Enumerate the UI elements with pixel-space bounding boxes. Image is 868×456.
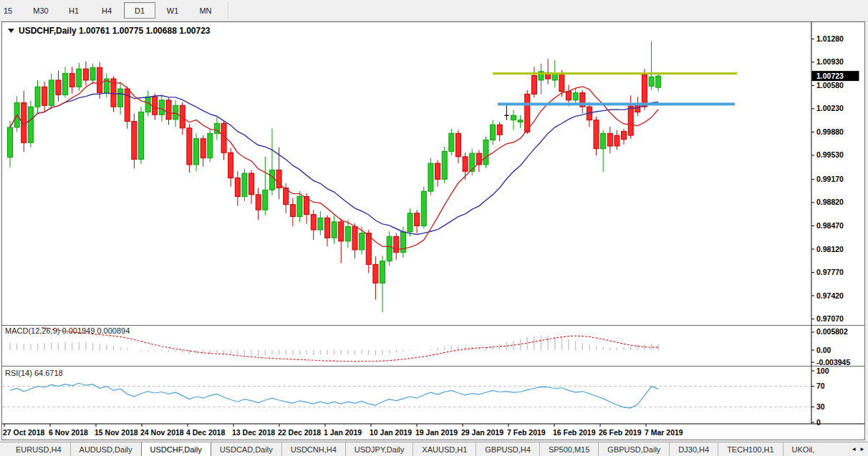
timeframe-button-w1[interactable]: W1 bbox=[157, 2, 188, 19]
chart-tabs: EURUSD,H4AUDUSD,DailyUSDCHF,DailyUSDCAD,… bbox=[0, 442, 868, 456]
svg-text:0.98820: 0.98820 bbox=[816, 198, 844, 206]
chart-tab-eurusd-h4[interactable]: EURUSD,H4 bbox=[7, 442, 70, 456]
svg-text:15 Nov 2018: 15 Nov 2018 bbox=[95, 428, 138, 437]
chart-tab-usdjpy-daily[interactable]: USDJPY,Daily bbox=[345, 442, 413, 456]
svg-text:30: 30 bbox=[816, 402, 825, 411]
timeframe-button-mn[interactable]: MN bbox=[190, 2, 221, 19]
svg-text:0.99170: 0.99170 bbox=[816, 175, 844, 183]
svg-text:1.00930: 1.00930 bbox=[816, 57, 844, 66]
current-price-marker: 1.00723 bbox=[812, 71, 859, 81]
chart-tab-usdchf-daily[interactable]: USDCHF,Daily bbox=[141, 442, 211, 456]
tab-scroll-right-icon[interactable]: ► bbox=[859, 446, 865, 452]
resistance-hline[interactable] bbox=[493, 72, 737, 74]
svg-text:13 Dec 2018: 13 Dec 2018 bbox=[232, 428, 275, 437]
svg-text:100: 100 bbox=[816, 367, 829, 375]
tab-scroll-left-icon[interactable]: ◄ bbox=[851, 446, 857, 452]
chart-tab-gbpusd-h4[interactable]: GBPUSD,H4 bbox=[476, 442, 539, 456]
svg-text:7 Feb 2019: 7 Feb 2019 bbox=[507, 428, 546, 437]
svg-text:6 Nov 2018: 6 Nov 2018 bbox=[49, 428, 88, 437]
svg-text:USDCHF,Daily 1.00761 1.00775: USDCHF,Daily 1.00761 1.00775 1.00688 1.0… bbox=[19, 26, 211, 36]
support-hline[interactable] bbox=[498, 102, 735, 105]
chart-tab-sp500-m15[interactable]: SP500,M15 bbox=[539, 442, 598, 456]
svg-text:16 Feb 2019: 16 Feb 2019 bbox=[553, 428, 596, 437]
svg-text:0.98470: 0.98470 bbox=[816, 221, 844, 230]
rsi-label: RSI(14) 64.6718 bbox=[5, 369, 63, 377]
svg-text:1.01280: 1.01280 bbox=[816, 34, 844, 43]
timeframe-button-15[interactable]: 15 bbox=[0, 2, 24, 19]
svg-text:0.99880: 0.99880 bbox=[816, 127, 844, 136]
svg-text:0.99530: 0.99530 bbox=[816, 150, 844, 159]
svg-text:19 Jan 2019: 19 Jan 2019 bbox=[415, 428, 458, 437]
svg-text:1 Jan 2019: 1 Jan 2019 bbox=[324, 428, 362, 437]
chart-legend: USDCHF,Daily 1.00761 1.00775 1.00688 1.0… bbox=[8, 26, 211, 36]
chart-tab-xauusd-h1[interactable]: XAUUSD,H1 bbox=[413, 442, 476, 456]
chart-tab-usdcnh-h4[interactable]: USDCNH,H4 bbox=[281, 442, 345, 456]
svg-text:1.00230: 1.00230 bbox=[816, 104, 844, 112]
chart-tab-ukoil[interactable]: UKOil, bbox=[783, 442, 824, 456]
svg-text:0.005802: 0.005802 bbox=[816, 327, 848, 336]
svg-text:7 Mar 2019: 7 Mar 2019 bbox=[645, 428, 683, 437]
chart-tab-gbpusd-daily[interactable]: GBPUSD,Daily bbox=[598, 442, 669, 456]
macd-label: MACD(12,26,9) 0.001949 0.000894 bbox=[5, 326, 130, 335]
svg-text:-0.003945: -0.003945 bbox=[816, 358, 850, 367]
svg-text:0.97770: 0.97770 bbox=[816, 268, 844, 276]
svg-text:24 Nov 2018: 24 Nov 2018 bbox=[140, 428, 184, 437]
svg-text:27 Oct 2018: 27 Oct 2018 bbox=[3, 428, 45, 437]
svg-text:4 Dec 2018: 4 Dec 2018 bbox=[186, 428, 225, 437]
svg-text:1.00580: 1.00580 bbox=[816, 81, 844, 89]
timeframe-toolbar: 15M30H1H4D1W1MN bbox=[0, 0, 868, 21]
svg-text:0.98120: 0.98120 bbox=[816, 245, 844, 253]
svg-text:70: 70 bbox=[816, 382, 825, 390]
svg-text:1.00723: 1.00723 bbox=[816, 72, 844, 80]
timeframe-button-h1[interactable]: H1 bbox=[58, 2, 90, 19]
chart-window: USDCHF,Daily 1.00761 1.00775 1.00688 1.0… bbox=[1, 21, 865, 440]
svg-text:29 Jan 2019: 29 Jan 2019 bbox=[461, 428, 503, 437]
timeframe-button-m30[interactable]: M30 bbox=[25, 2, 57, 19]
chart-tab-usdcad-daily[interactable]: USDCAD,Daily bbox=[211, 442, 281, 456]
chart-tab-tech100-h1[interactable]: TECH100,H1 bbox=[718, 442, 782, 456]
timeframe-button-h4[interactable]: H4 bbox=[91, 2, 122, 19]
chart-tab-dj30-h4[interactable]: DJ30,H4 bbox=[669, 442, 718, 456]
timeframe-button-d1[interactable]: D1 bbox=[124, 2, 155, 19]
toolbar-separator bbox=[228, 2, 229, 19]
svg-text:0.97070: 0.97070 bbox=[816, 314, 844, 323]
svg-text:0: 0 bbox=[816, 418, 821, 427]
svg-text:10 Jan 2019: 10 Jan 2019 bbox=[370, 428, 412, 437]
chart-canvas[interactable]: USDCHF,Daily 1.00761 1.00775 1.00688 1.0… bbox=[2, 22, 864, 440]
svg-text:0.00: 0.00 bbox=[816, 346, 831, 354]
svg-text:26 Feb 2019: 26 Feb 2019 bbox=[599, 428, 642, 437]
chart-tab-audusd-daily[interactable]: AUDUSD,Daily bbox=[70, 442, 141, 456]
svg-text:0.97420: 0.97420 bbox=[816, 291, 844, 300]
svg-text:22 Dec 2018: 22 Dec 2018 bbox=[278, 428, 321, 437]
